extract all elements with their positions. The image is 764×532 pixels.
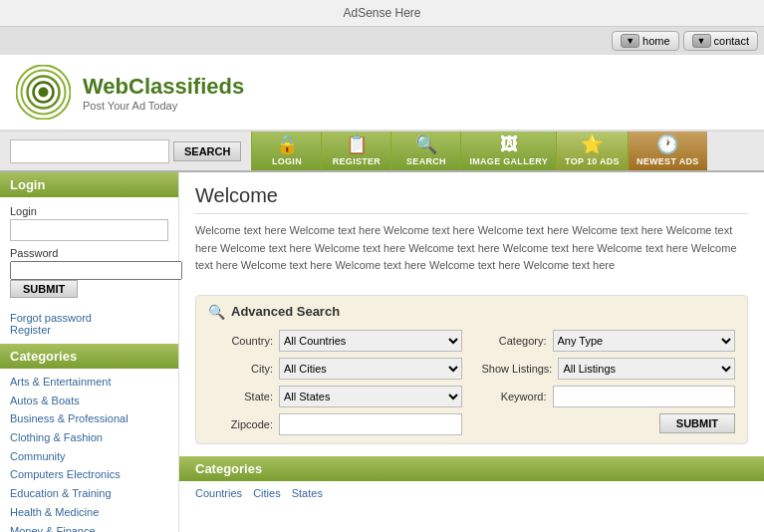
sidebar: Login Login Password SUBMIT Forgot passw… [0,172,179,532]
sidebar-category-link[interactable]: Clothing & Fashion [10,428,168,447]
category-select[interactable]: Any Type [553,330,736,352]
password-input[interactable] [10,261,182,280]
search-input[interactable] [10,139,169,163]
sidebar-category-link[interactable]: Education & Training [10,484,168,503]
adsense-bar: AdSense Here [0,0,764,27]
home-label: home [642,35,670,47]
geo-links: Countries Cities States [179,481,764,505]
site-name: WebClassifieds [83,74,244,100]
contact-arrow-icon: ▼ [692,34,711,48]
tab-login[interactable]: 🔒 LOGIN [251,132,321,170]
adv-search-submit-button[interactable]: SUBMIT [659,413,735,433]
logo-text: WebClassifieds Post Your Ad Today [83,74,244,112]
welcome-text: Welcome text here Welcome text here Welc… [195,222,748,275]
adv-search-right: Category: Any Type Show Listings: All Li… [482,330,736,435]
tab-search[interactable]: 🔍 SEARCH [390,132,460,170]
states-link[interactable]: States [292,487,323,499]
sidebar-category-link[interactable]: Autos & Boats [10,392,168,410]
clock-icon: 🕐 [656,135,678,153]
image-gallery-icon: 🖼 [500,135,518,153]
logo-icon [16,65,71,120]
show-listings-row: Show Listings: All Listings [482,358,736,380]
adsense-text: AdSense Here [343,6,420,20]
sidebar-category-link[interactable]: Community [10,447,168,466]
advanced-search-grid: Country: All Countries City: All Cities … [208,330,735,435]
category-label: Category: [482,335,547,347]
welcome-title: Welcome [195,184,748,214]
sidebar-category-link[interactable]: Arts & Entertainment [10,373,168,392]
login-label: Login [10,205,168,217]
tab-top10[interactable]: ⭐ TOP 10 ADS [556,132,628,170]
contact-button[interactable]: ▼ contact [683,31,758,51]
zipcode-label: Zipcode: [208,418,273,430]
home-arrow-icon: ▼ [621,34,639,48]
bottom-categories-header: Categories [179,456,764,481]
countries-link[interactable]: Countries [195,487,242,499]
country-select[interactable]: All Countries [279,330,462,352]
welcome-section: Welcome Welcome text here Welcome text h… [179,172,764,295]
city-row: City: All Cities [208,358,462,380]
categories-section-title: Categories [0,344,178,369]
top-nav: ▼ home ▼ contact [0,27,764,55]
svg-point-4 [39,88,49,98]
sidebar-category-link[interactable]: Money & Finance [10,522,168,533]
search-area: SEARCH [0,132,251,170]
login-submit-button[interactable]: SUBMIT [10,280,78,298]
tab-image-gallery[interactable]: 🖼 IMAGE GALLERY [460,132,556,170]
keyword-row: Keyword: [482,386,736,407]
show-listings-select[interactable]: All Listings [558,358,735,380]
city-select[interactable]: All Cities [279,358,462,380]
cities-link[interactable]: Cities [253,487,281,499]
keyword-input[interactable] [553,386,736,407]
register-link[interactable]: Register [10,324,168,336]
site-tagline: Post Your Ad Today [83,100,244,112]
login-section-title: Login [0,172,178,197]
country-label: Country: [208,335,273,347]
home-button[interactable]: ▼ home [612,31,678,51]
header: WebClassifieds Post Your Ad Today [0,55,764,132]
lock-icon: 🔒 [276,135,298,153]
sidebar-category-link[interactable]: Computers Electronics [10,465,168,484]
sidebar-auth-links: Forgot password Register [0,310,178,344]
adv-submit-row: SUBMIT [482,413,736,433]
forgot-password-link[interactable]: Forgot password [10,312,168,324]
content-area: Welcome Welcome text here Welcome text h… [179,172,764,532]
zipcode-row: Zipcode: [208,413,462,435]
tab-newest[interactable]: 🕐 NEWEST ADS [628,132,707,170]
categories-list: Arts & EntertainmentAutos & BoatsBusines… [0,369,178,532]
tab-register[interactable]: 📋 REGISTER [321,132,390,170]
show-listings-label: Show Listings: [482,363,553,375]
nav-tabs: 🔒 LOGIN 📋 REGISTER 🔍 SEARCH 🖼 IMAGE GALL… [251,132,764,170]
search-tab-icon: 🔍 [415,135,437,153]
advanced-search-icon: 🔍 [208,304,225,320]
password-label: Password [10,247,168,259]
state-row: State: All States [208,386,462,407]
sidebar-category-link[interactable]: Health & Medicine [10,503,168,522]
adv-search-left: Country: All Countries City: All Cities … [208,330,462,435]
advanced-search-title: 🔍 Advanced Search [208,304,735,320]
search-nav-bar: SEARCH 🔒 LOGIN 📋 REGISTER 🔍 SEARCH 🖼 IMA… [0,132,764,172]
city-label: City: [208,363,273,375]
search-button[interactable]: SEARCH [173,141,241,161]
state-label: State: [208,391,273,402]
keyword-label: Keyword: [482,391,547,402]
login-form: Login Password SUBMIT [0,197,178,310]
main-layout: Login Login Password SUBMIT Forgot passw… [0,172,764,532]
star-icon: ⭐ [581,135,603,153]
state-select[interactable]: All States [279,386,462,407]
advanced-search-panel: 🔍 Advanced Search Country: All Countries… [195,295,748,444]
country-row: Country: All Countries [208,330,462,352]
category-row: Category: Any Type [482,330,736,352]
register-icon: 📋 [346,135,368,153]
zipcode-input[interactable] [279,413,462,435]
sidebar-category-link[interactable]: Business & Professional [10,409,168,428]
contact-label: contact [714,35,749,47]
login-input[interactable] [10,219,168,241]
